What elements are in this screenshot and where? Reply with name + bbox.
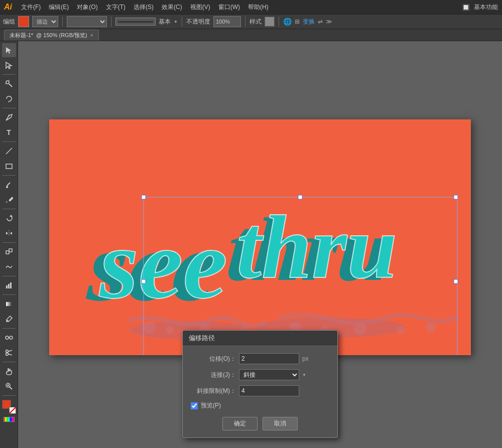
- stroke-style-select[interactable]: 描边: [32, 16, 58, 27]
- miter-row: 斜接限制(M)：: [191, 385, 329, 396]
- lasso-tool-btn[interactable]: [2, 92, 16, 106]
- menu-window[interactable]: 窗口(W): [215, 2, 243, 13]
- toolbar: 编组 描边 基本 ▼ 不透明度 样式 🌐 ⊞ 变换 ⇌ ≫: [0, 14, 502, 29]
- menu-select[interactable]: 选择(S): [131, 2, 157, 13]
- svg-point-36: [144, 322, 156, 334]
- cancel-button[interactable]: 取消: [263, 417, 298, 430]
- magic-wand-tool-btn[interactable]: [2, 77, 16, 91]
- brush-select[interactable]: [67, 16, 107, 27]
- graph-tool-btn[interactable]: [2, 278, 16, 292]
- preview-checkbox[interactable]: [191, 402, 198, 409]
- style-label: 样式: [249, 18, 262, 26]
- menu-file[interactable]: 文件(F): [18, 2, 44, 13]
- see-thru-artwork: see thru see thru see thru: [49, 119, 471, 355]
- svg-point-22: [7, 320, 8, 322]
- workspace-label: 基本功能: [474, 3, 498, 12]
- tool-divider-9: [3, 328, 16, 329]
- svg-point-27: [6, 353, 8, 356]
- svg-rect-54: [454, 195, 458, 199]
- tool-divider-11: [3, 395, 16, 396]
- menu-edit[interactable]: 编辑(E): [46, 2, 72, 13]
- tool-divider-8: [3, 294, 16, 295]
- pencil-tool-btn[interactable]: [2, 193, 16, 207]
- blend-tool-btn[interactable]: [2, 331, 16, 345]
- svg-point-9: [6, 186, 8, 188]
- tool-divider-5: [3, 209, 16, 209]
- miter-input[interactable]: [239, 385, 299, 396]
- search-icon: 🔲: [462, 4, 470, 11]
- hand-tool-btn[interactable]: [2, 364, 16, 378]
- type-tool-btn[interactable]: T: [2, 125, 16, 139]
- style-preview: [265, 17, 275, 27]
- mirror-tool-btn[interactable]: [2, 226, 16, 240]
- zoom-tool-btn[interactable]: [2, 379, 16, 393]
- svg-marker-14: [6, 232, 8, 235]
- mode-label: 编组: [3, 18, 15, 26]
- menu-effect[interactable]: 效果(C): [159, 2, 185, 13]
- opacity-label: 不透明度: [186, 18, 210, 26]
- rotate-tool-btn[interactable]: [2, 211, 16, 225]
- svg-marker-15: [10, 232, 12, 235]
- tool-divider-4: [3, 175, 16, 176]
- direct-selection-tool-btn[interactable]: [2, 58, 16, 72]
- tab-info: @ 150% (RGB/预览): [36, 32, 87, 39]
- miter-label: 斜接限制(M)：: [191, 387, 236, 395]
- svg-point-23: [6, 336, 9, 339]
- offset-input[interactable]: [239, 353, 299, 364]
- divider-2: [111, 17, 111, 27]
- pen-tool-btn[interactable]: [2, 110, 16, 124]
- svg-text:see: see: [98, 208, 227, 319]
- scale-tool-btn[interactable]: [2, 245, 16, 259]
- eyedropper-tool-btn[interactable]: [2, 312, 16, 326]
- svg-line-2: [9, 84, 12, 87]
- stroke-preview: [115, 18, 156, 26]
- line-tool-btn[interactable]: [2, 144, 16, 158]
- extra-tools: [4, 417, 15, 422]
- document-tab[interactable]: 未标题-1* @ 150% (RGB/预览) ×: [4, 30, 99, 41]
- menu-bar: Ai 文件(F) 编辑(E) 对象(O) 文字(T) 选择(S) 效果(C) 视…: [0, 0, 502, 14]
- svg-rect-52: [142, 195, 146, 199]
- svg-marker-0: [6, 47, 12, 54]
- color-boxes[interactable]: [2, 400, 16, 414]
- divider-1: [62, 17, 63, 27]
- more-icon: ≫: [326, 18, 332, 25]
- svg-point-26: [6, 350, 8, 353]
- svg-point-43: [397, 326, 405, 334]
- stroke-label: 基本: [159, 18, 171, 26]
- tool-divider-10: [3, 362, 16, 362]
- gradient-tool-btn[interactable]: [2, 297, 16, 311]
- menu-view[interactable]: 视图(V): [187, 2, 213, 13]
- stroke-dropdown-arrow[interactable]: ▼: [174, 20, 178, 24]
- svg-marker-11: [6, 201, 8, 203]
- svg-rect-53: [298, 195, 302, 199]
- svg-point-24: [10, 336, 13, 339]
- svg-rect-16: [6, 251, 9, 254]
- menu-text[interactable]: 文字(T): [103, 2, 129, 13]
- offset-row: 位移(O)： px: [191, 353, 329, 364]
- fill-color[interactable]: [18, 16, 29, 27]
- scissors-tool-btn[interactable]: [2, 346, 16, 360]
- divider-3: [182, 17, 182, 27]
- globe-icon: 🌐: [283, 18, 292, 26]
- svg-point-3: [6, 81, 9, 84]
- offset-path-dialog: 偏移路径 位移(O)： px 连接(J)： 斜接 圆形 斜角 ▼: [182, 330, 338, 438]
- transform-label[interactable]: 变换: [303, 18, 315, 26]
- selection-tool-btn[interactable]: [2, 43, 16, 57]
- join-select[interactable]: 斜接 圆形 斜角: [239, 369, 299, 380]
- menu-help[interactable]: 帮助(H): [245, 2, 272, 13]
- rectangle-tool-btn[interactable]: [2, 159, 16, 173]
- tab-close-btn[interactable]: ×: [90, 33, 93, 38]
- tool-divider-7: [3, 276, 16, 276]
- warp-tool-btn[interactable]: [2, 260, 16, 274]
- color-spectrum[interactable]: [4, 417, 15, 422]
- svg-rect-10: [9, 197, 13, 202]
- main-area: T: [0, 41, 502, 448]
- svg-rect-20: [10, 282, 12, 288]
- svg-line-7: [6, 148, 12, 154]
- tool-divider-3: [3, 141, 16, 142]
- ok-button[interactable]: 确定: [222, 417, 258, 430]
- menu-object[interactable]: 对象(O): [74, 2, 100, 13]
- paintbrush-tool-btn[interactable]: [2, 178, 16, 192]
- left-toolbox: T: [0, 41, 18, 448]
- opacity-input[interactable]: [213, 16, 241, 27]
